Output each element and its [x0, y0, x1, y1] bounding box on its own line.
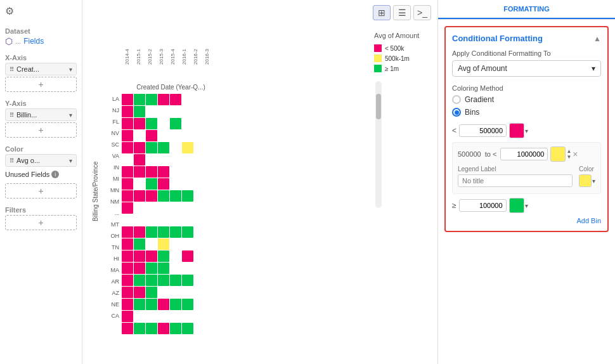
heatmap-cell[interactable] [158, 226, 169, 238]
heatmap-cell[interactable] [146, 190, 157, 202]
fields-label[interactable]: Fields [23, 37, 44, 46]
heatmap-cell[interactable] [194, 154, 205, 166]
heatmap-cell[interactable] [170, 263, 181, 274]
heatmap-cell[interactable] [206, 275, 217, 286]
bin2-legend-arrow[interactable]: ▾ [592, 178, 595, 185]
heatmap-cell[interactable] [182, 106, 193, 117]
heatmap-cell[interactable] [194, 190, 205, 202]
heatmap-cell[interactable] [170, 94, 181, 105]
heatmap-cell[interactable] [206, 178, 217, 190]
heatmap-cell[interactable] [170, 142, 181, 153]
heatmap-cell[interactable] [194, 142, 205, 153]
heatmap-cell[interactable] [206, 154, 217, 166]
heatmap-cell[interactable] [134, 226, 145, 238]
heatmap-cell[interactable] [122, 190, 133, 202]
heatmap-cell[interactable] [146, 299, 157, 310]
heatmap-cell[interactable] [170, 118, 181, 129]
heatmap-cell[interactable] [206, 238, 217, 250]
heatmap-cell[interactable] [206, 106, 217, 117]
y-field-arrow[interactable]: ▾ [69, 112, 72, 119]
heatmap-cell[interactable] [146, 166, 157, 178]
scrollbar[interactable] [375, 81, 382, 208]
heatmap-cell[interactable] [134, 323, 145, 334]
heatmap-cell[interactable] [146, 287, 157, 298]
heatmap-cell[interactable] [158, 287, 169, 298]
heatmap-cell[interactable] [194, 250, 205, 262]
heatmap-cell[interactable] [206, 299, 217, 310]
heatmap-cell[interactable] [158, 238, 169, 250]
heatmap-cell[interactable] [170, 311, 181, 322]
heatmap-cell[interactable] [170, 166, 181, 178]
heatmap-cell[interactable] [134, 202, 145, 214]
heatmap-cell[interactable] [182, 94, 193, 105]
heatmap-cell[interactable] [122, 118, 133, 129]
heatmap-cell[interactable] [182, 154, 193, 166]
grid-view-button[interactable]: ⊞ [373, 5, 391, 20]
bin1-color-arrow[interactable]: ▾ [525, 127, 528, 134]
heatmap-cell[interactable] [134, 106, 145, 117]
apply-dropdown[interactable]: Avg of Amount ▾ [452, 60, 601, 77]
heatmap-cell[interactable] [170, 323, 181, 334]
bin3-input[interactable] [459, 199, 507, 212]
heatmap-cell[interactable] [182, 299, 193, 310]
heatmap-cell[interactable] [134, 142, 145, 153]
heatmap-cell[interactable] [182, 323, 193, 334]
heatmap-cell[interactable] [158, 166, 169, 178]
x-field-arrow[interactable]: ▾ [69, 66, 72, 73]
heatmap-cell[interactable] [182, 190, 193, 202]
x-add-button[interactable]: + [5, 77, 77, 92]
add-bin-button[interactable]: Add Bin [452, 217, 601, 224]
heatmap-cell[interactable] [134, 263, 145, 274]
scrollbar-thumb[interactable] [376, 94, 381, 119]
heatmap-cell[interactable] [182, 238, 193, 250]
heatmap-cell[interactable] [194, 226, 205, 238]
heatmap-cell[interactable] [158, 118, 169, 129]
heatmap-cell[interactable] [146, 323, 157, 334]
heatmap-cell[interactable] [182, 226, 193, 238]
color-field-arrow[interactable]: ▾ [69, 157, 72, 164]
heatmap-cell[interactable] [158, 214, 169, 226]
bin1-color-swatch[interactable] [509, 123, 524, 138]
heatmap-cell[interactable] [206, 202, 217, 214]
heatmap-cell[interactable] [158, 142, 169, 153]
heatmap-cell[interactable] [170, 190, 181, 202]
heatmap-cell[interactable] [206, 226, 217, 238]
heatmap-cell[interactable] [146, 118, 157, 129]
heatmap-cell[interactable] [146, 311, 157, 322]
heatmap-cell[interactable] [158, 130, 169, 141]
heatmap-cell[interactable] [122, 178, 133, 190]
code-view-button[interactable]: >_ [413, 5, 431, 20]
formatting-tab[interactable]: FORMATTING [438, 0, 615, 19]
heatmap-cell[interactable] [194, 166, 205, 178]
x-field-pill[interactable]: ⠿ Creat... ▾ [5, 63, 77, 75]
heatmap-cell[interactable] [146, 238, 157, 250]
heatmap-cell[interactable] [182, 214, 193, 226]
heatmap-cell[interactable] [134, 311, 145, 322]
heatmap-cell[interactable] [170, 178, 181, 190]
heatmap-cell[interactable] [146, 226, 157, 238]
heatmap-cell[interactable] [134, 190, 145, 202]
heatmap-cell[interactable] [194, 263, 205, 274]
heatmap-cell[interactable] [170, 275, 181, 286]
heatmap-cell[interactable] [206, 94, 217, 105]
heatmap-cell[interactable] [206, 311, 217, 322]
heatmap-cell[interactable] [122, 311, 133, 322]
heatmap-cell[interactable] [122, 226, 133, 238]
heatmap-cell[interactable] [206, 130, 217, 141]
gradient-radio[interactable] [452, 95, 461, 104]
heatmap-cell[interactable] [146, 214, 157, 226]
heatmap-cell[interactable] [194, 94, 205, 105]
gear-icon[interactable]: ⚙ [5, 5, 77, 17]
heatmap-cell[interactable] [122, 94, 133, 105]
color-field-pill[interactable]: ⠿ Avg o... ▾ [5, 154, 77, 167]
bin3-color-arrow[interactable]: ▾ [525, 202, 528, 209]
legend-label-input[interactable] [458, 174, 573, 187]
heatmap-cell[interactable] [182, 287, 193, 298]
heatmap-cell[interactable] [134, 299, 145, 310]
heatmap-cell[interactable] [206, 323, 217, 334]
heatmap-cell[interactable] [122, 166, 133, 178]
heatmap-cell[interactable] [122, 142, 133, 153]
heatmap-cell[interactable] [170, 250, 181, 262]
y-add-button[interactable]: + [5, 122, 77, 138]
heatmap-cell[interactable] [194, 106, 205, 117]
